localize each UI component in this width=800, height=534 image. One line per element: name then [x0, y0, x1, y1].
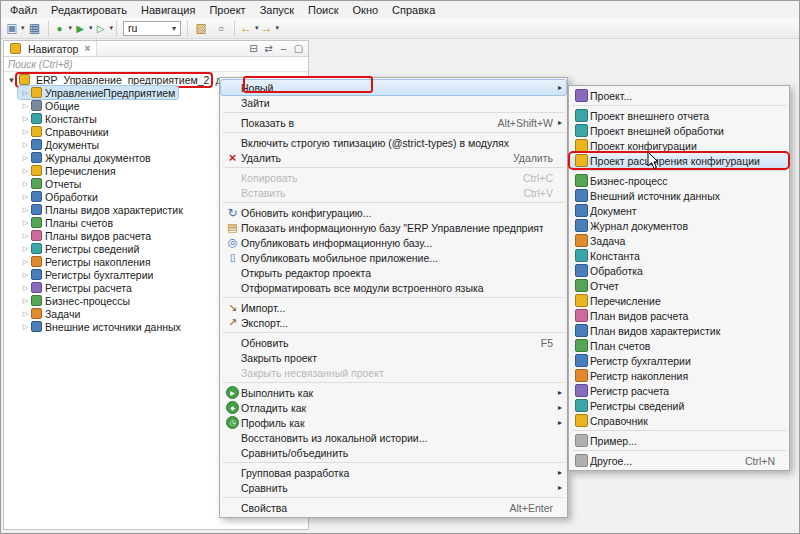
- submenu-item[interactable]: Проект конфигурации: [570, 138, 788, 153]
- tree-item[interactable]: Регистры сведений: [18, 242, 142, 255]
- submenu-item[interactable]: Бизнес-процесс: [570, 173, 788, 188]
- collapsed-arrow-icon[interactable]: [20, 297, 31, 305]
- tree-item[interactable]: Обработки: [18, 190, 101, 203]
- tree-item[interactable]: Константы: [18, 112, 100, 125]
- menubar-item[interactable]: Запуск: [253, 3, 301, 17]
- collapse-all-icon[interactable]: ⊟: [246, 43, 261, 54]
- language-combo[interactable]: ru ▾: [123, 21, 181, 36]
- menu-item[interactable]: Отформатировать все модули встроенного я…: [221, 280, 566, 295]
- menubar-item[interactable]: Проект: [202, 3, 252, 17]
- submenu-item[interactable]: Внешний источник данных: [570, 188, 788, 203]
- tree-item[interactable]: Внешние источники данных: [18, 320, 184, 333]
- menu-item[interactable]: Опубликовать информационную базу...: [221, 235, 566, 250]
- collapsed-arrow-icon[interactable]: [20, 219, 31, 227]
- tree-item[interactable]: Регистры накопления: [18, 255, 154, 268]
- menu-item[interactable]: Показать в Alt+Shift+W: [221, 115, 566, 130]
- tree-item[interactable]: Документы: [18, 138, 102, 151]
- menu-item[interactable]: Зайти: [221, 95, 566, 110]
- menu-item[interactable]: Импорт...: [221, 300, 566, 315]
- tree-item[interactable]: Регистры бухгалтерии: [18, 268, 156, 281]
- toolbar-button[interactable]: [238, 19, 259, 37]
- toolbar-button[interactable]: [72, 19, 93, 37]
- tree-item[interactable]: Справочники: [18, 125, 112, 138]
- menubar-item[interactable]: Файл: [3, 3, 44, 17]
- collapsed-arrow-icon[interactable]: [20, 271, 31, 279]
- maximize-icon[interactable]: ▢: [291, 43, 306, 54]
- collapsed-arrow-icon[interactable]: [20, 154, 31, 162]
- menu-item[interactable]: Свойства Alt+Enter: [221, 500, 566, 515]
- collapsed-arrow-icon[interactable]: [20, 310, 31, 318]
- collapsed-arrow-icon[interactable]: [20, 323, 31, 331]
- submenu-item[interactable]: Регистр накопления: [570, 368, 788, 383]
- collapsed-arrow-icon[interactable]: [20, 128, 31, 136]
- link-with-editor-icon[interactable]: ⇄: [261, 43, 276, 54]
- menubar-item[interactable]: Редактировать: [44, 3, 134, 17]
- tab-navigator[interactable]: Навигатор ×: [4, 41, 97, 56]
- menubar-item[interactable]: Справка: [385, 3, 442, 17]
- tree-item[interactable]: Бизнес-процессы: [18, 294, 133, 307]
- close-icon[interactable]: ×: [82, 43, 90, 54]
- submenu-item[interactable]: Отчет: [570, 278, 788, 293]
- collapsed-arrow-icon[interactable]: [20, 232, 31, 240]
- menu-item[interactable]: Отладить как: [221, 400, 566, 415]
- menu-item[interactable]: Групповая разработка: [221, 465, 566, 480]
- menubar-item[interactable]: Окно: [346, 3, 386, 17]
- submenu-item[interactable]: План видов расчета: [570, 308, 788, 323]
- collapsed-arrow-icon[interactable]: [20, 193, 31, 201]
- tree-item[interactable]: Планы видов характеристик: [18, 203, 186, 216]
- menu-item[interactable]: Включить строгую типизацию (@strict-type…: [221, 135, 566, 150]
- collapsed-arrow-icon[interactable]: [20, 180, 31, 188]
- submenu-item[interactable]: Журнал документов: [570, 218, 788, 233]
- toolbar-button[interactable]: [4, 19, 25, 37]
- menu-item[interactable]: Опубликовать мобильное приложение...: [221, 250, 566, 265]
- submenu-item[interactable]: План видов характеристик: [570, 323, 788, 338]
- menu-item[interactable]: Закрыть проект: [221, 350, 566, 365]
- tree-item[interactable]: Задачи: [18, 307, 83, 320]
- collapsed-arrow-icon[interactable]: [20, 89, 31, 97]
- menu-item[interactable]: Экспорт...: [221, 315, 566, 330]
- submenu-item[interactable]: Задача: [570, 233, 788, 248]
- tree-item[interactable]: Общие: [18, 99, 83, 112]
- toolbar-button[interactable]: [93, 19, 114, 37]
- submenu-item[interactable]: Регистр бухгалтерии: [570, 353, 788, 368]
- submenu-item[interactable]: Справочник: [570, 413, 788, 428]
- toolbar-button[interactable]: [211, 19, 231, 37]
- menu-item[interactable]: Показать информационную базу "ERP Управл…: [221, 220, 566, 235]
- tree-item[interactable]: Журналы документов: [18, 151, 154, 164]
- menu-item[interactable]: Выполнить как: [221, 385, 566, 400]
- menu-item[interactable]: Новый: [221, 80, 566, 95]
- submenu-item[interactable]: Проект...: [570, 88, 788, 103]
- toolbar-button[interactable]: [259, 19, 280, 37]
- toolbar-button[interactable]: [191, 19, 211, 37]
- submenu-item[interactable]: Регистры сведений: [570, 398, 788, 413]
- submenu-item[interactable]: Константа: [570, 248, 788, 263]
- submenu-item[interactable]: Обработка: [570, 263, 788, 278]
- toolbar-button[interactable]: [52, 19, 73, 37]
- collapsed-arrow-icon[interactable]: [20, 284, 31, 292]
- tree-item[interactable]: Перечисления: [18, 164, 119, 177]
- submenu-item[interactable]: План счетов: [570, 338, 788, 353]
- menu-item[interactable]: Восстановить из локальной истории...: [221, 430, 566, 445]
- submenu-item[interactable]: Проект расширения конфигурации: [570, 153, 788, 168]
- menubar-item[interactable]: Навигация: [134, 3, 202, 17]
- search-input[interactable]: [4, 57, 308, 71]
- expand-arrow-icon[interactable]: [6, 75, 17, 85]
- submenu-item[interactable]: Регистр расчета: [570, 383, 788, 398]
- submenu-item[interactable]: Пример...: [570, 433, 788, 448]
- submenu-item[interactable]: Документ: [570, 203, 788, 218]
- menu-item[interactable]: Обновить F5: [221, 335, 566, 350]
- tree-item[interactable]: Регистры расчета: [18, 281, 135, 294]
- tree-item[interactable]: Планы видов расчета: [18, 229, 154, 242]
- submenu-item[interactable]: Другое... Ctrl+N: [570, 453, 788, 468]
- menubar-item[interactable]: Поиск: [301, 3, 345, 17]
- menu-item[interactable]: Сравнить: [221, 480, 566, 495]
- collapsed-arrow-icon[interactable]: [20, 141, 31, 149]
- menu-item[interactable]: Удалить Удалить: [221, 150, 566, 165]
- collapsed-arrow-icon[interactable]: [20, 102, 31, 110]
- collapsed-arrow-icon[interactable]: [20, 115, 31, 123]
- collapsed-arrow-icon[interactable]: [20, 258, 31, 266]
- tree-item[interactable]: Отчеты: [18, 177, 84, 190]
- tree-item[interactable]: Планы счетов: [18, 216, 116, 229]
- minimize-icon[interactable]: –: [276, 43, 291, 54]
- collapsed-arrow-icon[interactable]: [20, 206, 31, 214]
